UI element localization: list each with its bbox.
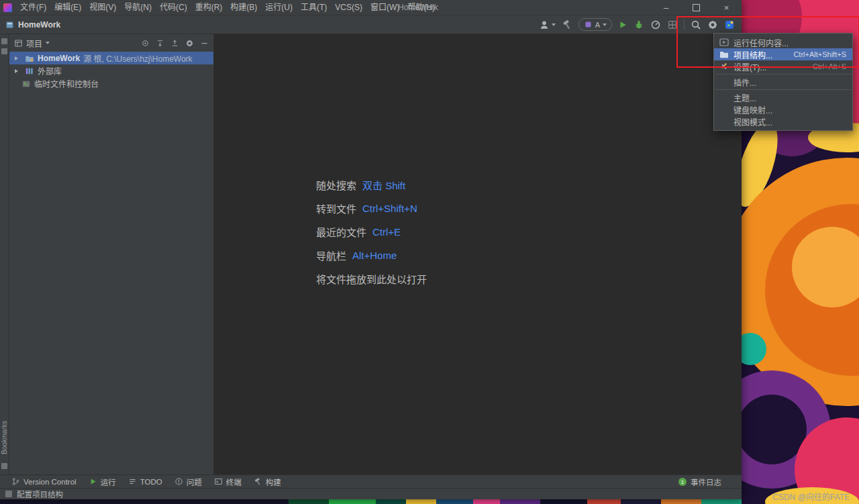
tool-tab-label: 构建 <box>266 476 281 487</box>
shortcut-hint-line: 将文件拖放到此处以打开 <box>316 267 433 291</box>
run-config-icon <box>584 20 593 29</box>
idea-logo-icon <box>3 3 12 12</box>
menu-vcs[interactable]: VCS(S) <box>331 0 366 15</box>
maximize-icon <box>693 4 700 11</box>
run-configuration-select[interactable]: A <box>578 18 612 31</box>
tree-item-detail: 源 根, C:\Users\hzj\HomeWork <box>83 52 192 64</box>
menu-item-settings[interactable]: 设置(T)... Ctrl+Alt+S <box>714 60 852 72</box>
hide-panel-icon[interactable] <box>200 39 209 48</box>
editor-area: 随处搜索 双击 Shift 转到文件 Ctrl+Shift+N 最近的文件 Ct… <box>214 34 742 474</box>
chevron-right-icon[interactable] <box>15 56 21 60</box>
toolbar-right-actions: A <box>539 15 735 34</box>
tree-row-scratches[interactable]: 临时文件和控制台 <box>9 77 213 90</box>
menu-item-label: 设置(T)... <box>734 61 766 72</box>
tool-tab-run[interactable]: 运行 <box>83 475 122 488</box>
profiler-icon[interactable] <box>650 19 661 30</box>
search-everywhere-icon[interactable] <box>691 19 701 30</box>
menu-item-theme[interactable]: 主题... <box>714 91 852 103</box>
run-button-icon[interactable] <box>618 20 627 30</box>
tool-tab-terminal[interactable]: 终端 <box>208 475 248 488</box>
tree-row-homework-root[interactable]: HomeWork 源 根, C:\Users\hzj\HomeWork <box>9 52 213 64</box>
bookmarks-tool-tab[interactable]: Bookmarks <box>1 421 8 454</box>
empty-editor-shortcut-hints: 随处搜索 双击 Shift 转到文件 Ctrl+Shift+N 最近的文件 Ct… <box>316 173 433 291</box>
menu-item-label: 插件... <box>734 77 756 88</box>
menu-item-keymap[interactable]: 键盘映射... <box>714 103 852 115</box>
collapse-all-icon[interactable] <box>170 39 179 48</box>
chevron-right-icon[interactable] <box>15 69 21 73</box>
project-structure-icon <box>719 49 729 60</box>
menu-run[interactable]: 运行(U) <box>261 0 297 15</box>
tool-tab-label: Version Control <box>23 478 77 486</box>
project-panel-title[interactable]: 项目 <box>26 38 42 49</box>
run-anything-icon <box>719 37 729 48</box>
expand-all-icon[interactable] <box>156 39 164 48</box>
ide-colored-icon[interactable] <box>724 19 735 30</box>
user-menu-button[interactable] <box>539 19 556 30</box>
shortcut-hint-keys: Ctrl+Shift+N <box>362 203 417 214</box>
menu-navigate[interactable]: 导航(N) <box>120 0 156 15</box>
menu-tools[interactable]: 工具(T) <box>297 0 331 15</box>
tool-tab-label: 终端 <box>226 476 242 487</box>
project-folder-icon <box>25 54 34 63</box>
run-configuration-value: A <box>595 21 600 29</box>
panel-settings-gear-icon[interactable] <box>185 39 194 48</box>
todo-list-icon <box>128 477 137 486</box>
tree-row-external-libraries[interactable]: 外部库 <box>9 64 213 77</box>
tool-tab-version-control[interactable]: Version Control <box>5 475 83 488</box>
tool-tab-problems[interactable]: 问题 <box>168 475 208 488</box>
event-log-button[interactable]: 1 事件日志 <box>678 475 721 488</box>
tree-item-label: 外部库 <box>38 65 62 77</box>
chevron-down-icon <box>603 23 607 26</box>
libraries-icon <box>25 66 34 76</box>
menu-separator <box>715 89 852 90</box>
menu-item-shortcut: Ctrl+Alt+Shift+S <box>793 50 846 58</box>
main-toolbar: HomeWork A <box>0 15 742 34</box>
close-button[interactable]: × <box>711 0 742 15</box>
menu-code[interactable]: 代码(C) <box>156 0 191 15</box>
window-controls: – × <box>651 0 742 15</box>
menu-edit[interactable]: 编辑(E) <box>50 0 85 15</box>
select-opened-file-icon[interactable] <box>141 39 150 48</box>
project-tree: HomeWork 源 根, C:\Users\hzj\HomeWork 外部库 <box>9 52 213 90</box>
chevron-down-icon[interactable] <box>46 42 50 44</box>
debug-bug-icon[interactable] <box>634 19 644 30</box>
settings-gear-icon[interactable] <box>707 19 718 30</box>
menu-refactor[interactable]: 重构(R) <box>191 0 227 15</box>
menu-item-view-mode[interactable]: 视图模式... <box>714 115 852 128</box>
terminal-icon <box>214 477 223 486</box>
tool-stripe-icon[interactable] <box>1 463 7 469</box>
problems-icon <box>174 477 183 486</box>
window-title: HomeWork <box>398 0 438 15</box>
shortcut-hint-keys: Alt+Home <box>352 250 397 261</box>
gear-dropdown-menu: 运行任何内容... 项目结构... Ctrl+Alt+Shift+S 设置(T)… <box>713 33 853 131</box>
minimize-button[interactable]: – <box>651 0 681 15</box>
menu-item-plugins[interactable]: 插件... <box>714 76 852 88</box>
tool-tab-label: TODO <box>140 478 162 486</box>
menu-view[interactable]: 视图(V) <box>85 0 120 15</box>
tool-stripe-icon[interactable] <box>1 48 7 54</box>
ide-window: 文件(F) 编辑(E) 视图(V) 导航(N) 代码(C) 重构(R) 构建(B… <box>0 0 742 499</box>
shortcut-hint-label: 导航栏 <box>316 248 346 262</box>
main-area: Bookmarks 项目 <box>0 34 742 474</box>
chevron-down-icon <box>552 23 556 26</box>
project-panel-header: 项目 <box>9 34 213 52</box>
project-view-icon <box>14 39 23 48</box>
layout-grid-icon[interactable] <box>667 19 678 30</box>
tool-tab-todo[interactable]: TODO <box>122 475 168 488</box>
user-icon <box>539 19 550 30</box>
tool-tab-build[interactable]: 构建 <box>248 475 287 488</box>
tool-window-bar: Version Control 运行 TODO 问 <box>0 474 742 488</box>
menu-item-run-anything[interactable]: 运行任何内容... <box>714 36 852 48</box>
menu-item-project-structure[interactable]: 项目结构... Ctrl+Alt+Shift+S <box>714 48 852 60</box>
menu-item-shortcut: Ctrl+Alt+S <box>813 62 846 70</box>
tree-item-label: HomeWork <box>38 54 80 63</box>
settings-wrench-icon <box>719 61 729 72</box>
menu-build[interactable]: 构建(B) <box>226 0 261 15</box>
tool-stripe-icon[interactable] <box>1 38 7 44</box>
toolwindow-switcher-icon[interactable] <box>5 491 12 497</box>
event-log-label: 事件日志 <box>691 476 721 487</box>
build-hammer-icon[interactable] <box>562 19 572 30</box>
shortcut-hint-keys: 双击 Shift <box>362 178 405 192</box>
maximize-button[interactable] <box>681 0 711 15</box>
menu-file[interactable]: 文件(F) <box>16 0 50 15</box>
